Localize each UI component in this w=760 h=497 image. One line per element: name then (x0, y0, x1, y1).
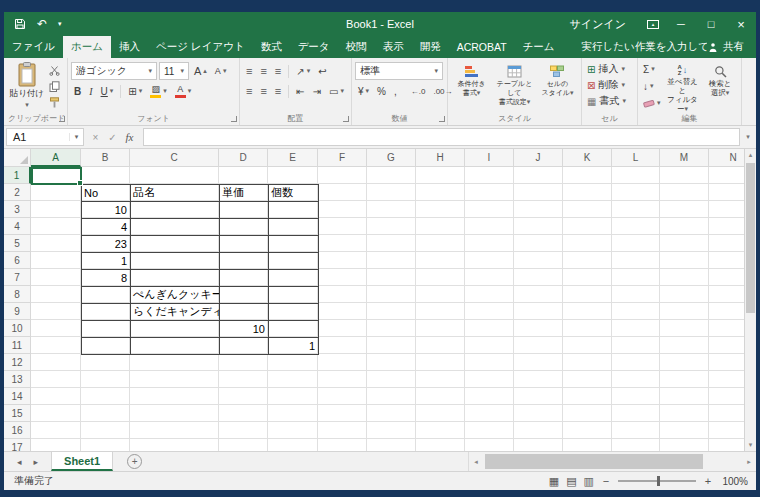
tab-formulas[interactable]: 数式 (253, 36, 290, 58)
row-header-12[interactable]: 12 (4, 354, 31, 371)
row-header-2[interactable]: 2 (4, 184, 31, 201)
row-header-4[interactable]: 4 (4, 218, 31, 235)
column-header-L[interactable]: L (612, 149, 660, 167)
sign-in-button[interactable]: サインイン (556, 17, 640, 32)
sheet-nav-right-icon[interactable]: ▸ (34, 457, 39, 467)
cancel-icon[interactable]: × (87, 132, 104, 143)
column-header-I[interactable]: I (465, 149, 514, 167)
sheet-nav-left-icon[interactable]: ◂ (17, 457, 22, 467)
chevron-down-icon[interactable]: ▾ (69, 133, 83, 141)
row-header-8[interactable]: 8 (4, 286, 31, 303)
column-header-G[interactable]: G (367, 149, 416, 167)
row-header-5[interactable]: 5 (4, 235, 31, 252)
tab-view[interactable]: 表示 (375, 36, 412, 58)
horizontal-scroll-thumb[interactable] (485, 454, 703, 469)
wrap-text-button[interactable]: ↩ (315, 63, 329, 80)
dialog-launcher-icon[interactable] (59, 116, 65, 122)
share-button[interactable]: 共有 (707, 36, 756, 58)
insert-function-icon[interactable]: fx (121, 131, 138, 143)
row-header-1[interactable]: 1 (4, 167, 31, 184)
column-header-B[interactable]: B (81, 149, 130, 167)
normal-view-button[interactable]: ▦ (549, 475, 559, 488)
format-painter-button[interactable] (47, 95, 62, 110)
row-header-13[interactable]: 13 (4, 371, 31, 388)
merge-center-button[interactable]: ▭▾ (326, 83, 347, 100)
column-header-H[interactable]: H (416, 149, 465, 167)
paste-button[interactable]: 貼り付け ▾ (9, 61, 45, 113)
tell-me-box[interactable]: 実行したい作業を入力してください (577, 36, 707, 58)
align-left-button[interactable]: ≡ (243, 83, 255, 100)
tab-insert[interactable]: 挿入 (111, 36, 148, 58)
align-right-button[interactable]: ≡ (272, 83, 284, 100)
close-button[interactable]: × (726, 12, 756, 36)
sort-filter-button[interactable]: AZ ↓ 並べ替えと フィルター▾ (665, 61, 701, 113)
row-header-3[interactable]: 3 (4, 201, 31, 218)
maximize-button[interactable]: □ (696, 12, 726, 36)
cell-E2[interactable]: 個数 (268, 184, 318, 201)
autosum-button[interactable]: Σ▾ (641, 61, 663, 77)
column-header-F[interactable]: F (318, 149, 367, 167)
row-header-7[interactable]: 7 (4, 269, 31, 286)
conditional-formatting-button[interactable]: 条件付き 書式▾ (451, 61, 492, 113)
currency-format-button[interactable]: ¥▾ (355, 83, 372, 100)
row-header-15[interactable]: 15 (4, 405, 31, 422)
align-middle-button[interactable]: ≡ (257, 63, 269, 80)
zoom-slider-thumb[interactable] (657, 476, 660, 486)
formula-input[interactable] (143, 128, 740, 146)
scroll-up-icon[interactable]: ▴ (745, 149, 756, 161)
decrease-indent-button[interactable]: ⇤ (293, 83, 307, 100)
column-header-D[interactable]: D (219, 149, 268, 167)
row-header-9[interactable]: 9 (4, 303, 31, 320)
page-break-view-button[interactable]: ▥ (584, 475, 594, 488)
name-box[interactable]: A1 ▾ (6, 128, 84, 146)
vertical-scroll-thumb[interactable] (746, 163, 755, 313)
row-header-6[interactable]: 6 (4, 252, 31, 269)
cell-B5[interactable]: 23 (81, 235, 130, 252)
column-header-C[interactable]: C (130, 149, 219, 167)
zoom-in-button[interactable]: + (703, 475, 713, 487)
row-header-10[interactable]: 10 (4, 320, 31, 337)
row-header-17[interactable]: 17 (4, 439, 31, 451)
cell-B6[interactable]: 1 (81, 252, 130, 269)
cell-E11[interactable]: 1 (268, 337, 318, 354)
zoom-slider[interactable] (618, 480, 696, 482)
zoom-out-button[interactable]: − (601, 475, 611, 487)
tab-developer[interactable]: 開発 (412, 36, 449, 58)
tab-home[interactable]: ホーム (63, 36, 111, 58)
scroll-left-icon[interactable]: ◂ (469, 458, 483, 466)
fill-button[interactable]: ↓▾ (641, 78, 663, 94)
align-bottom-button[interactable]: ≡ (272, 63, 284, 80)
select-all-corner[interactable] (4, 149, 31, 167)
orientation-button[interactable]: ↗▾ (293, 63, 313, 80)
font-name-select[interactable]: 游ゴシック ▾ (71, 62, 157, 80)
tab-review[interactable]: 校閲 (338, 36, 375, 58)
row-header-16[interactable]: 16 (4, 422, 31, 439)
align-top-button[interactable]: ≡ (243, 63, 255, 80)
column-header-K[interactable]: K (563, 149, 612, 167)
minimize-button[interactable]: ─ (666, 12, 696, 36)
increase-decimal-button[interactable]: ←.0 (408, 83, 429, 100)
dialog-launcher-icon[interactable] (231, 116, 237, 122)
fill-color-button[interactable]: ▨▾ (147, 83, 170, 100)
column-header-M[interactable]: M (660, 149, 709, 167)
cell-D2[interactable]: 単価 (219, 184, 268, 201)
column-header-N[interactable]: N (709, 149, 744, 167)
column-header-E[interactable]: E (268, 149, 318, 167)
column-header-A[interactable]: A (31, 149, 81, 167)
tab-file[interactable]: ファイル (4, 36, 63, 58)
font-size-select[interactable]: 11 ▾ (159, 62, 189, 80)
cut-button[interactable] (47, 63, 62, 78)
undo-icon[interactable]: ↶ (37, 18, 47, 30)
format-cells-button[interactable]: ▦ 書式 ▾ (585, 93, 634, 109)
align-center-button[interactable]: ≡ (257, 83, 269, 100)
cell-D10[interactable]: 10 (219, 320, 268, 337)
cell-C9[interactable]: らくだキャンディ (130, 303, 219, 320)
font-color-button[interactable]: A▾ (172, 83, 195, 100)
enter-icon[interactable]: ✓ (104, 132, 121, 143)
zoom-level[interactable]: 100% (720, 476, 748, 487)
scroll-right-icon[interactable]: ▸ (742, 458, 756, 466)
underline-button[interactable]: U▾ (98, 83, 117, 100)
ribbon-display-options-icon[interactable]: ▴ (640, 12, 666, 36)
tab-data[interactable]: データ (290, 36, 338, 58)
save-icon[interactable] (14, 18, 26, 30)
